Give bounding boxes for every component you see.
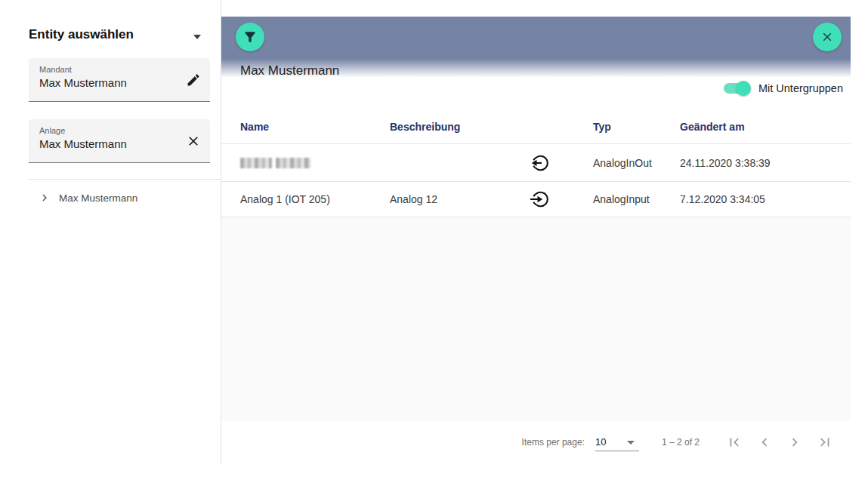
mandant-field[interactable]: Mandant Max Mustermann: [29, 58, 210, 102]
output-icon: [529, 152, 550, 174]
select-caret-icon: [627, 441, 635, 445]
collapse-caret-icon[interactable]: [193, 35, 201, 39]
items-per-page-select[interactable]: 10: [595, 434, 639, 451]
sidebar-divider: [29, 179, 221, 180]
panel-topbar: [221, 17, 851, 59]
chevron-right-icon: [786, 434, 803, 451]
items-per-page-value: 10: [595, 436, 606, 448]
next-page-button[interactable]: [780, 427, 810, 457]
cell-geaendert-am: 7.12.2020 3:34:05: [680, 193, 851, 205]
toggle-thumb[interactable]: [736, 81, 751, 96]
last-page-icon: [817, 434, 833, 451]
column-header-name[interactable]: Name: [240, 121, 390, 133]
cell-name: Analog 1 (IOT 205): [240, 193, 390, 205]
mandant-field-label: Mandant: [39, 65, 72, 74]
page-range-label: 1 – 2 of 2: [662, 437, 700, 448]
paginator: Items per page: 10 1 – 2 of 2: [221, 421, 851, 463]
clear-x-icon[interactable]: [184, 132, 202, 150]
filter-button[interactable]: [236, 23, 264, 51]
first-page-icon: [726, 434, 743, 451]
table-empty-area: [222, 217, 851, 421]
subgroups-toggle-row: Mit Untergruppen: [724, 81, 843, 96]
previous-page-button[interactable]: [749, 427, 780, 457]
app-window: Entity auswählen Mandant Max Mustermann …: [0, 0, 868, 480]
subgroups-toggle[interactable]: [724, 81, 751, 96]
table-row[interactable]: Analog 1 (IOT 205) Analog 12 AnalogInput…: [221, 182, 851, 217]
cell-geaendert-am: 24.11.2020 3:38:39: [680, 157, 851, 169]
table-row[interactable]: AnalogInOut 24.11.2020 3:38:39: [221, 144, 851, 182]
filter-funnel-icon: [242, 29, 258, 45]
last-page-button[interactable]: [810, 427, 840, 457]
entity-sidebar: Entity auswählen Mandant Max Mustermann …: [0, 0, 221, 464]
cell-typ: AnalogInput: [593, 193, 680, 205]
chevron-right-icon[interactable]: [38, 191, 51, 205]
tree-item-max-mustermann[interactable]: Max Mustermann: [38, 189, 137, 207]
redacted-name: [240, 158, 390, 168]
table-header-row: Name Beschreibung Typ Geändert am: [221, 109, 851, 144]
close-icon: [820, 30, 834, 44]
subgroups-toggle-label: Mit Untergruppen: [758, 82, 843, 94]
cell-beschreibung: Analog 12: [390, 193, 520, 205]
tree-item-label: Max Mustermann: [59, 192, 137, 204]
cell-name-redacted: [240, 158, 390, 168]
anlage-field-value: Max Mustermann: [39, 137, 127, 150]
anlage-field-label: Anlage: [39, 126, 65, 135]
column-header-typ[interactable]: Typ: [593, 121, 680, 133]
column-header-geaendert-am[interactable]: Geändert am: [680, 121, 851, 133]
chevron-left-icon: [756, 434, 773, 451]
panel-title: Max Mustermann: [240, 63, 339, 78]
anlage-field[interactable]: Anlage Max Mustermann: [29, 119, 210, 163]
input-icon: [529, 189, 550, 210]
cell-typ: AnalogInOut: [593, 157, 680, 169]
first-page-button[interactable]: [719, 427, 749, 457]
items-per-page-label: Items per page:: [522, 437, 585, 448]
column-header-beschreibung[interactable]: Beschreibung: [390, 121, 520, 133]
edit-pencil-icon[interactable]: [184, 71, 202, 89]
sidebar-title: Entity auswählen: [29, 27, 134, 42]
mandant-field-value: Max Mustermann: [39, 76, 127, 89]
close-button[interactable]: [813, 23, 842, 51]
